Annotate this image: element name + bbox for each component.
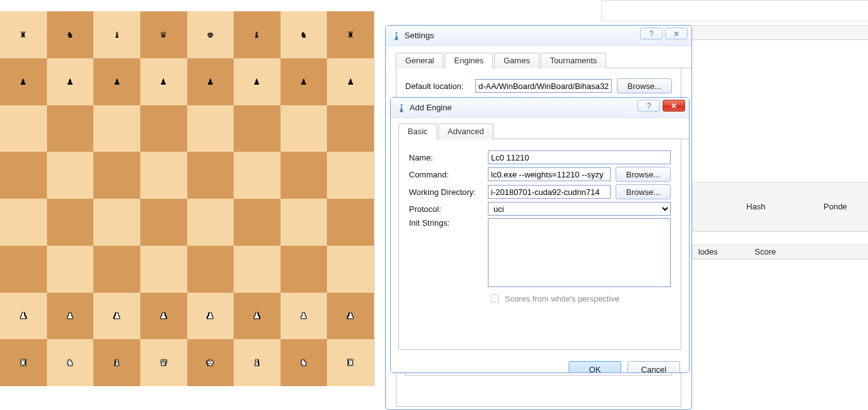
square-a3[interactable] (0, 246, 47, 293)
square-f1[interactable]: ♝ (234, 339, 281, 386)
square-g3[interactable] (281, 246, 328, 293)
square-h1[interactable]: ♜ (327, 339, 374, 386)
chess-board[interactable]: ♜♞♝♛♚♝♞♜♟♟♟♟♟♟♟♟♟♟♟♟♟♟♟♟♜♞♝♛♚♝♞♜ (0, 11, 375, 386)
white-knight-icon: ♞ (66, 359, 74, 367)
square-a7[interactable]: ♟ (0, 58, 47, 105)
cancel-button[interactable]: Cancel (628, 361, 680, 373)
square-d3[interactable] (140, 246, 187, 293)
settings-close-button[interactable]: ✕ (665, 28, 688, 39)
square-f8[interactable]: ♝ (234, 11, 281, 58)
square-e4[interactable] (187, 199, 234, 246)
square-g4[interactable] (281, 199, 328, 246)
settings-tab-games[interactable]: Games (494, 53, 539, 68)
square-f3[interactable] (234, 246, 281, 293)
wd-browse-button[interactable]: Browse... (616, 184, 671, 199)
square-c1[interactable]: ♝ (93, 339, 140, 386)
square-a8[interactable]: ♜ (0, 11, 47, 58)
square-b4[interactable] (47, 199, 94, 246)
square-e8[interactable]: ♚ (187, 11, 234, 58)
black-king-icon: ♚ (207, 31, 214, 39)
square-a6[interactable] (0, 105, 47, 152)
square-h6[interactable] (327, 105, 374, 152)
square-c5[interactable] (93, 152, 140, 199)
name-label: Name: (409, 153, 483, 162)
square-d4[interactable] (140, 199, 187, 246)
white-pawn-icon: ♟ (207, 312, 214, 320)
black-pawn-icon: ♟ (113, 78, 121, 86)
square-e1[interactable]: ♚ (187, 339, 234, 386)
square-e6[interactable] (187, 105, 234, 152)
square-b1[interactable]: ♞ (47, 339, 94, 386)
init-textarea[interactable] (488, 218, 671, 287)
square-h2[interactable]: ♟ (327, 293, 374, 340)
square-d6[interactable] (140, 105, 187, 152)
square-d5[interactable] (140, 152, 187, 199)
square-d7[interactable]: ♟ (140, 58, 187, 105)
square-f6[interactable] (234, 105, 281, 152)
add-engine-help-button[interactable]: ? (638, 100, 660, 112)
square-h3[interactable] (327, 246, 374, 293)
square-b3[interactable] (47, 246, 94, 293)
square-h5[interactable] (327, 152, 374, 199)
square-g7[interactable]: ♟ (281, 58, 328, 105)
square-h7[interactable]: ♟ (327, 58, 374, 105)
default-location-browse-button[interactable]: Browse... (617, 78, 672, 93)
ok-button[interactable]: OK (569, 361, 621, 373)
square-a4[interactable] (0, 199, 47, 246)
command-label: Command: (409, 170, 483, 179)
settings-tab-general[interactable]: General (396, 53, 443, 68)
square-c7[interactable]: ♟ (93, 58, 140, 105)
square-b5[interactable] (47, 152, 94, 199)
square-e2[interactable]: ♟ (187, 293, 234, 340)
add-engine-close-button[interactable]: ✕ (663, 100, 685, 112)
protocol-select[interactable]: uci (488, 202, 671, 216)
square-e7[interactable]: ♟ (187, 58, 234, 105)
add-engine-tab-advanced[interactable]: Advanced (438, 124, 493, 139)
scores-checkbox[interactable] (490, 294, 499, 303)
square-g2[interactable]: ♟ (281, 293, 328, 340)
square-f2[interactable]: ♟ (234, 293, 281, 340)
square-c2[interactable]: ♟ (93, 293, 140, 340)
square-f7[interactable]: ♟ (234, 58, 281, 105)
square-c6[interactable] (93, 105, 140, 152)
square-e5[interactable] (187, 152, 234, 199)
chess-board-panel: ♜♞♝♛♚♝♞♜♟♟♟♟♟♟♟♟♟♟♟♟♟♟♟♟♜♞♝♛♚♝♞♜ (0, 0, 376, 404)
settings-tab-engines[interactable]: Engines (445, 53, 493, 68)
square-d2[interactable]: ♟ (140, 293, 187, 340)
square-c4[interactable] (93, 199, 140, 246)
white-pawn-icon: ♟ (19, 312, 27, 320)
square-b2[interactable]: ♟ (47, 293, 94, 340)
square-f4[interactable] (234, 199, 281, 246)
command-browse-button[interactable]: Browse... (616, 167, 671, 182)
square-b8[interactable]: ♞ (47, 11, 94, 58)
default-location-input[interactable] (475, 79, 612, 93)
square-a1[interactable]: ♜ (0, 339, 47, 386)
square-b7[interactable]: ♟ (47, 58, 94, 105)
add-engine-titlebar[interactable]: Add Engine ? ✕ (391, 98, 689, 118)
init-label: Init Strings: (409, 218, 483, 228)
square-g6[interactable] (281, 105, 328, 152)
square-c8[interactable]: ♝ (93, 11, 140, 58)
square-g8[interactable]: ♞ (281, 11, 328, 58)
square-f5[interactable] (234, 152, 281, 199)
square-a5[interactable] (0, 152, 47, 199)
square-d8[interactable]: ♛ (140, 11, 187, 58)
wd-input[interactable] (488, 185, 611, 199)
col-lodes-3: lodes (693, 247, 750, 256)
square-e3[interactable] (187, 246, 234, 293)
square-d1[interactable]: ♛ (140, 339, 187, 386)
square-b6[interactable] (47, 105, 94, 152)
settings-help-button[interactable]: ? (640, 28, 663, 39)
square-h4[interactable] (327, 199, 374, 246)
square-g5[interactable] (281, 152, 328, 199)
add-engine-actions: OK Cancel (391, 356, 689, 373)
add-engine-tab-basic[interactable]: Basic (398, 124, 437, 139)
square-c3[interactable] (93, 246, 140, 293)
square-h8[interactable]: ♜ (327, 11, 374, 58)
name-input[interactable] (488, 150, 671, 164)
square-g1[interactable]: ♞ (281, 339, 328, 386)
settings-titlebar[interactable]: Settings ? ✕ (386, 26, 691, 46)
square-a2[interactable]: ♟ (0, 293, 47, 340)
settings-tab-tournaments[interactable]: Tournaments (540, 53, 606, 68)
command-input[interactable] (488, 167, 611, 181)
